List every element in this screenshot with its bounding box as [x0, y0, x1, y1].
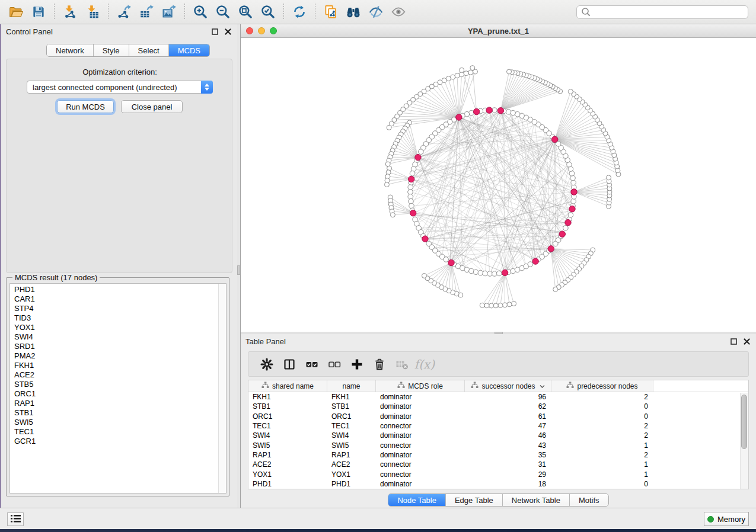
column-header-predecessor-nodes[interactable]: predecessor nodes [551, 380, 653, 392]
leaf-node[interactable] [422, 273, 426, 278]
task-history-button[interactable] [7, 512, 24, 526]
ring-node[interactable] [409, 203, 414, 209]
find-icon[interactable] [342, 2, 365, 21]
leaf-node[interactable] [512, 301, 516, 306]
column-header-successor-nodes[interactable]: successor nodes [465, 380, 551, 392]
ring-node[interactable] [419, 149, 424, 155]
mcds-result-item[interactable]: ORC1 [10, 389, 226, 399]
mcds-result-item[interactable]: TID3 [10, 313, 226, 323]
ring-node[interactable] [511, 110, 516, 116]
new-network-from-selection-icon[interactable] [320, 2, 342, 21]
mcds-hub-node[interactable] [473, 108, 479, 114]
mcds-hub-node[interactable] [559, 231, 565, 237]
table-scrollbar[interactable] [740, 393, 748, 489]
ring-node[interactable] [444, 257, 449, 262]
table-row[interactable]: RAP1RAP1dominator352 [248, 450, 748, 460]
mcds-hub-node[interactable] [448, 259, 454, 265]
import-table-icon[interactable] [81, 2, 104, 21]
mcds-hub-node[interactable] [571, 189, 577, 195]
export-image-icon[interactable] [158, 2, 180, 21]
export-network-icon[interactable] [113, 2, 135, 21]
select-all-icon[interactable] [301, 354, 323, 375]
ring-node[interactable] [506, 109, 511, 114]
mcds-result-item[interactable]: STB1 [10, 408, 226, 418]
ring-node[interactable] [563, 226, 569, 231]
ring-node[interactable] [408, 190, 413, 195]
leaf-node[interactable] [507, 302, 512, 307]
mcds-result-item[interactable]: RAP1 [10, 399, 226, 408]
column-header-shared-name[interactable]: shared name [248, 380, 327, 392]
table-row[interactable]: ACE2ACE2connector311 [248, 460, 748, 469]
mcds-result-item[interactable]: PMA2 [10, 351, 226, 361]
leaf-node[interactable] [387, 125, 391, 130]
leaf-node[interactable] [507, 69, 512, 74]
leaf-node[interactable] [493, 303, 498, 308]
table-row[interactable]: SWI5SWI5connector431 [248, 440, 748, 450]
ring-node[interactable] [469, 268, 474, 274]
search-input[interactable] [591, 6, 748, 18]
ring-node[interactable] [409, 198, 414, 204]
tab-mcds[interactable]: MCDS [168, 44, 209, 56]
table-row[interactable]: FKH1FKH1dominator962 [248, 392, 748, 402]
mcds-result-item[interactable]: FKH1 [10, 361, 226, 370]
mcds-hub-node[interactable] [415, 154, 421, 160]
hide-graphics-details-icon[interactable] [365, 2, 387, 21]
table-row[interactable]: ORC1ORC1dominator610 [248, 412, 748, 421]
mcds-result-item[interactable]: SWI5 [10, 418, 226, 427]
mcds-result-item[interactable]: GCR1 [10, 437, 226, 446]
show-graphics-details-icon[interactable] [387, 2, 410, 21]
refresh-view-icon[interactable] [288, 2, 311, 21]
leaf-node[interactable] [384, 182, 389, 187]
tab-select[interactable]: Select [129, 44, 168, 56]
network-canvas[interactable] [241, 38, 756, 332]
mcds-hub-node[interactable] [497, 108, 503, 114]
leaf-node[interactable] [489, 303, 494, 308]
leaf-node[interactable] [553, 287, 558, 291]
leaf-node[interactable] [502, 303, 507, 307]
mcds-result-list[interactable]: PHD1CAR1STP4TID3YOX1SWI4SRD1PMA2FKH1ACE2… [9, 283, 227, 493]
delete-column-icon[interactable] [368, 354, 391, 375]
leaf-node[interactable] [390, 213, 395, 217]
table-row[interactable]: YOX1YOX1connector291 [248, 469, 748, 479]
float-panel-icon[interactable] [210, 27, 219, 36]
leaf-node[interactable] [451, 75, 455, 79]
import-network-icon[interactable] [59, 2, 81, 21]
leaf-node[interactable] [468, 70, 473, 75]
mcds-result-item[interactable]: STP4 [10, 304, 226, 313]
ring-node[interactable] [497, 271, 502, 276]
ring-node[interactable] [492, 108, 497, 113]
open-file-icon[interactable] [5, 2, 27, 21]
scrollbar-thumb[interactable] [741, 395, 747, 449]
table-row[interactable]: SWI4SWI4dominator462 [248, 431, 748, 440]
leaf-node[interactable] [498, 303, 503, 307]
ring-node[interactable] [473, 270, 479, 275]
ring-node[interactable] [408, 194, 413, 200]
mcds-hub-node[interactable] [532, 258, 538, 264]
network-graph[interactable] [241, 38, 756, 332]
tab-style[interactable]: Style [93, 44, 129, 56]
leaf-node[interactable] [484, 303, 489, 308]
mcds-result-item[interactable]: SWI4 [10, 332, 226, 342]
deselect-all-icon[interactable] [323, 354, 346, 375]
mcds-hub-node[interactable] [569, 206, 575, 211]
optimization-criterion-select[interactable]: largest connected component (undirected) [27, 81, 213, 94]
mcds-result-item[interactable]: PHD1 [10, 285, 226, 294]
leaf-node[interactable] [470, 66, 475, 70]
leaf-node[interactable] [607, 175, 611, 180]
ring-node[interactable] [570, 175, 576, 181]
zoom-fit-icon[interactable] [234, 2, 257, 21]
leaf-node[interactable] [385, 162, 390, 166]
mcds-result-item[interactable]: ACE2 [10, 370, 226, 380]
mcds-list-scrollbar[interactable] [218, 284, 226, 493]
tab-edge-table[interactable]: Edge Table [445, 494, 502, 506]
mcds-hub-node[interactable] [486, 107, 492, 113]
table-row[interactable]: TEC1TEC1connector472 [248, 421, 748, 431]
memory-button[interactable]: Memory [704, 512, 749, 526]
run-mcds-button[interactable]: Run MCDS [57, 100, 114, 113]
leaf-node[interactable] [480, 303, 484, 307]
float-panel-icon[interactable] [729, 336, 738, 346]
ring-node[interactable] [483, 271, 488, 276]
mcds-result-item[interactable]: CAR1 [10, 294, 226, 304]
network-window-titlebar[interactable]: YPA_prune.txt_1 [241, 24, 756, 38]
leaf-node[interactable] [464, 71, 468, 76]
